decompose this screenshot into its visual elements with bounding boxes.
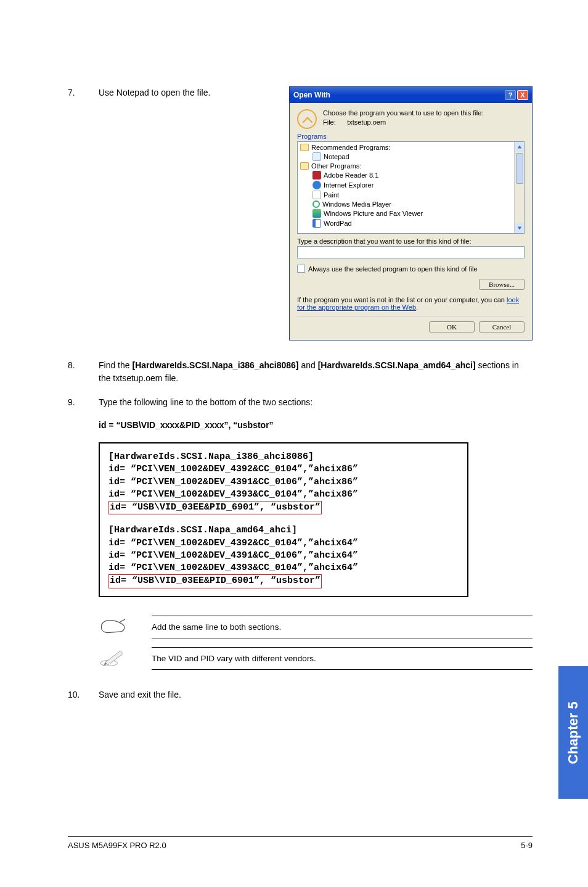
note-1-text: Add the same line to both sections.	[152, 616, 533, 638]
step-7-num: 7.	[68, 86, 99, 99]
scroll-down-icon[interactable]	[515, 223, 525, 233]
program-item-ie[interactable]: Internet Explorer	[299, 180, 523, 190]
chapter-tab: Chapter 5	[558, 666, 588, 799]
browse-button[interactable]: Browse...	[479, 279, 525, 290]
dialog-help-button[interactable]: ?	[505, 90, 516, 100]
programs-listbox[interactable]: Recommended Programs: Notepad Other Prog…	[297, 141, 525, 234]
other-programs-label: Other Programs:	[311, 162, 361, 170]
code-section-header-2: [HardwareIds.SCSI.Napa_amd64_ahci]	[108, 524, 459, 537]
cancel-button[interactable]: Cancel	[479, 321, 525, 332]
dialog-close-button[interactable]: X	[517, 90, 528, 100]
wmp-icon	[312, 200, 320, 208]
note-2-text: The VID and PID vary with different vend…	[152, 647, 533, 670]
program-item-picview[interactable]: Windows Picture and Fax Viewer	[299, 208, 523, 218]
folder-icon	[300, 144, 309, 151]
always-use-label: Always use the selected program to open …	[308, 265, 478, 273]
code-block: [HardwareIds.SCSI.Napa_i386_ahci8086] id…	[99, 442, 468, 597]
note-pencil-icon	[99, 647, 127, 669]
open-with-dialog: Open With ? X Choose the program you wan…	[289, 86, 533, 340]
choose-program-label: Choose the program you want to use to op…	[323, 109, 484, 117]
open-file-icon	[297, 109, 317, 129]
folder-icon	[300, 162, 309, 170]
file-label: File:	[323, 118, 336, 126]
dialog-title: Open With	[293, 91, 330, 99]
code-line: id= “PCI\VEN_1002&DEV_4392&CC_0104”,”ahc…	[108, 463, 459, 476]
step-10-num: 10.	[68, 688, 99, 701]
step-7-text: Use Notepad to open the file.	[99, 86, 283, 99]
file-name: txtsetup.oem	[347, 118, 386, 126]
footer-model: ASUS M5A99FX PRO R2.0	[68, 841, 166, 850]
id-syntax-line: id = “USB\VID_xxxx&PID_xxxx”, “usbstor”	[99, 420, 533, 430]
web-lookup-text: If the program you want is not in the li…	[297, 296, 525, 311]
code-section-header-1: [HardwareIds.SCSI.Napa_i386_ahci8086]	[108, 451, 459, 463]
programs-group-label: Programs	[297, 133, 525, 140]
wordpad-icon	[312, 219, 321, 228]
paint-icon	[312, 191, 321, 199]
picture-viewer-icon	[312, 209, 321, 218]
recommended-programs-label: Recommended Programs:	[311, 144, 390, 151]
step-8-num: 8.	[68, 359, 99, 385]
program-item-notepad[interactable]: Notepad	[299, 152, 523, 162]
listbox-scrollbar[interactable]	[514, 142, 524, 233]
step-8-text: Find the [HardwareIds.SCSI.Napa_i386_ahc…	[99, 359, 533, 385]
code-line: id= “PCI\VEN_1002&DEV_4391&CC_0106”,”ahc…	[108, 476, 459, 489]
description-input[interactable]	[297, 246, 525, 258]
ok-button[interactable]: OK	[429, 321, 475, 332]
step-10-text: Save and exit the file.	[99, 688, 533, 701]
type-description-label: Type a description that you want to use …	[297, 237, 525, 245]
scroll-up-icon[interactable]	[515, 142, 525, 152]
always-use-checkbox[interactable]	[297, 265, 305, 273]
program-item-wordpad[interactable]: WordPad	[299, 218, 523, 228]
code-line: id= “PCI\VEN_1002&DEV_4391&CC_0106”,”ahc…	[108, 550, 459, 562]
step-9-num: 9.	[68, 396, 99, 409]
code-line: id= “PCI\VEN_1002&DEV_4393&CC_0104”,”ahc…	[108, 562, 459, 574]
code-line: id= “PCI\VEN_1002&DEV_4393&CC_0104”,”ahc…	[108, 489, 459, 501]
program-item-adobe[interactable]: Adobe Reader 8.1	[299, 170, 523, 180]
program-item-paint[interactable]: Paint	[299, 190, 523, 200]
adobe-reader-icon	[312, 171, 321, 179]
note-hand-icon	[99, 616, 127, 638]
code-line: id= “PCI\VEN_1002&DEV_4392&CC_0104”,”ahc…	[108, 537, 459, 550]
divider	[297, 316, 525, 316]
footer-page-number: 5-9	[521, 841, 533, 850]
highlighted-code-line: id= “USB\VID_03EE&PID_6901”, “usbstor”	[108, 574, 322, 588]
scroll-thumb[interactable]	[516, 153, 523, 184]
internet-explorer-icon	[312, 181, 321, 189]
highlighted-code-line: id= “USB\VID_03EE&PID_6901”, “usbstor”	[108, 501, 322, 514]
program-item-wmp[interactable]: Windows Media Player	[299, 200, 523, 208]
step-9-text: Type the following line to the bottom of…	[99, 396, 533, 409]
notepad-icon	[312, 152, 321, 161]
